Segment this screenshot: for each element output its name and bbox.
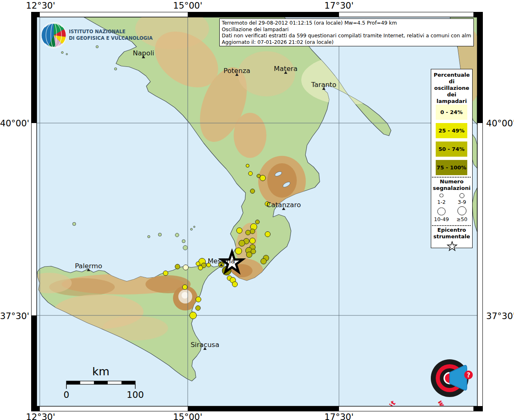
coord-top: 12°30'	[26, 0, 55, 11]
city-label-potenza: Potenza	[223, 67, 250, 75]
coord-right: 40°00'	[486, 118, 514, 128]
felt-report-dot	[235, 248, 242, 254]
felt-report-dot	[163, 271, 168, 276]
scale-label-start: 0	[64, 390, 69, 400]
scale-bar-segment	[94, 381, 108, 384]
count-label-50plus: ≥50	[452, 216, 472, 222]
legend-epicenter-title-line: strumentale	[431, 233, 472, 240]
city-label-napoli: Napoli	[133, 49, 154, 57]
felt-report-dot	[198, 266, 203, 270]
city-label-catanzaro: Catanzaro	[266, 201, 301, 209]
legend-epicenter-title-line: Epicentro	[431, 227, 472, 233]
scale-bar-segment	[66, 381, 80, 384]
felt-report-dot	[237, 228, 242, 233]
felt-report-dot	[239, 240, 245, 247]
legend-star-icon	[446, 241, 458, 252]
felt-report-dot	[246, 252, 252, 258]
scale-unit-label: km	[92, 365, 109, 378]
felt-report-dot	[248, 171, 252, 176]
coord-left: 40°00'	[0, 118, 26, 128]
coord-left: 37°30'	[0, 311, 26, 321]
legend-swatch-25-49: 25 - 49%	[436, 123, 467, 138]
coord-top: 15°00'	[173, 0, 202, 11]
count-circle-50plus	[457, 206, 466, 215]
legend: Percentuale di oscillazione dei lampadar…	[431, 69, 473, 248]
city-label-matera: Matera	[274, 65, 298, 73]
felt-report-dot	[250, 189, 255, 194]
felt-report-dot	[182, 285, 187, 290]
coord-bottom: 17°30'	[324, 412, 354, 420]
legend-divider	[432, 177, 471, 178]
legend-divider	[432, 225, 471, 226]
felt-report-dot	[261, 258, 266, 264]
legend-title-line: oscillazione	[431, 85, 472, 91]
felt-report-dot	[255, 220, 259, 224]
coord-top: 17°30'	[324, 0, 354, 11]
legend-counts-title-line: Numero	[431, 178, 472, 185]
map-page: NapoliPotenzaMateraTarantoCatanzaroPaler…	[0, 0, 514, 420]
count-label-1-2: 1-2	[432, 199, 451, 205]
legend-title-line: dei	[431, 91, 472, 98]
ingv-name-line1: ISTITUTO NAZIONALE	[69, 29, 125, 34]
count-circle-3-9	[459, 193, 464, 198]
felt-report-dot	[250, 229, 255, 234]
legend-swatch-0-24: 0 - 24%	[436, 105, 467, 120]
felt-report-dot	[183, 265, 189, 270]
ingv-name-line2: DI GEOFISICA E VULCANOLOGIA	[69, 35, 153, 41]
coord-right: 37°30'	[486, 311, 514, 321]
felt-report-dot	[232, 282, 238, 287]
felt-report-dot	[190, 312, 197, 319]
legend-title-line: di	[431, 78, 472, 85]
legend-counts-title-line: segnalazioni	[431, 185, 472, 192]
legend-swatch-50-74: 50 - 74%	[436, 142, 467, 157]
legend-title-line: Percentuale	[431, 72, 472, 78]
felt-report-dot	[250, 238, 255, 244]
coord-bottom: 12°30'	[26, 412, 55, 420]
scale-label-end: 100	[127, 390, 144, 400]
info-line-event: Terremoto del 29-08-2012 01:12:15 (ora l…	[222, 20, 471, 26]
felt-report-dot	[196, 306, 200, 310]
felt-report-dot	[175, 264, 180, 269]
info-line-updated: Aggiornato il: 07-01-2026 21:02 (ora loc…	[222, 39, 471, 46]
coord-bottom: 15°00'	[173, 412, 202, 420]
felt-report-dot	[196, 297, 201, 302]
count-label-3-9: 3-9	[452, 199, 472, 205]
legend-title-line: lampadari	[431, 98, 472, 105]
city-label-siracusa: Siracusa	[191, 341, 219, 349]
felt-report-dot	[246, 164, 249, 167]
count-circle-1-2	[439, 194, 443, 197]
felt-report-dot	[260, 175, 266, 181]
scale-bar-segment	[121, 381, 135, 384]
count-circle-10-49	[437, 208, 445, 215]
info-line-data: Dati non verificati estratti da 599 ques…	[222, 32, 471, 39]
info-line-effect: Oscillazione dei lampadari	[222, 26, 471, 33]
felt-report-dot	[196, 262, 200, 266]
city-label-messina: Messina	[208, 257, 235, 265]
question-mark: ?	[467, 372, 471, 379]
legend-swatch-75-100: 75 - 100%	[436, 160, 467, 175]
city-label-palermo: Palermo	[75, 262, 102, 270]
felt-report-dot	[246, 230, 250, 235]
event-info-box: Terremoto del 29-08-2012 01:12:15 (ora l…	[219, 18, 474, 46]
felt-report-dot	[265, 232, 271, 237]
city-label-taranto: Taranto	[311, 81, 336, 89]
count-label-10-49: 10-49	[432, 216, 451, 222]
